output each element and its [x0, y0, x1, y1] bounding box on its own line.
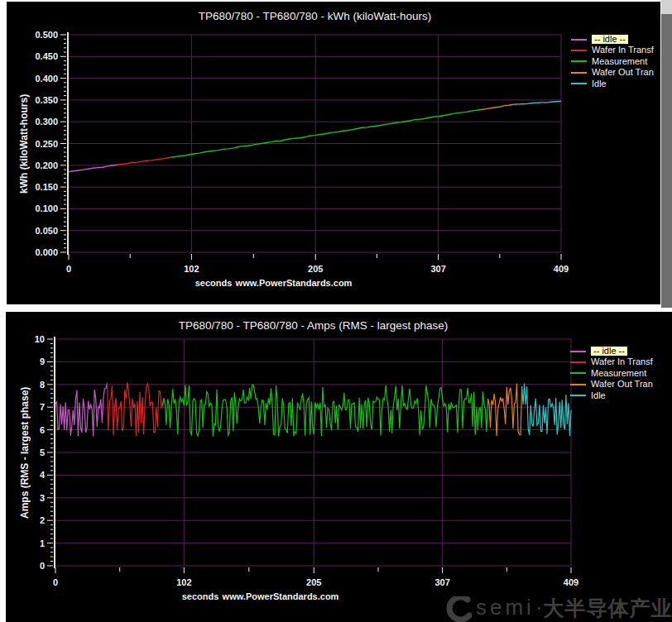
y-tick-label: 0.100 — [35, 203, 58, 213]
legend-label: Measurement — [592, 57, 647, 66]
kwh-chart-title: TP680/780 - TP680/780 - kWh (kiloWatt-ho… — [69, 10, 561, 22]
legend-swatch — [570, 372, 586, 374]
legend-label: Idle — [591, 391, 606, 400]
y-tick-label: 1 — [40, 538, 45, 548]
y-tick-label: 4 — [40, 470, 46, 480]
x-tick-label: 409 — [554, 264, 569, 274]
x-tick-label: 102 — [176, 577, 191, 587]
y-tick-label: 10 — [35, 334, 45, 344]
x-tick-label: 307 — [434, 577, 449, 587]
powerstandards-url-label: www.PowerStandards.com — [235, 278, 353, 288]
legend-label: Wafer In Transf — [591, 357, 653, 366]
y-tick-label: 6 — [40, 425, 45, 435]
y-tick-label: 0.400 — [35, 74, 58, 84]
legend-swatch — [571, 83, 587, 84]
amps-chart-title: TP680/780 - TP680/780 - Amps (RMS - larg… — [55, 319, 571, 332]
series-line — [522, 384, 571, 437]
y-tick-label: 8 — [40, 380, 45, 390]
legend-item[interactable]: Wafer In Transf — [570, 357, 653, 366]
series-line — [163, 385, 490, 437]
legend-item[interactable]: Measurement — [570, 369, 653, 378]
legend-label: Wafer Out Tran — [591, 380, 653, 389]
y-tick-label: 0.150 — [35, 182, 58, 192]
series-line — [514, 102, 562, 105]
x-tick-label: 102 — [184, 264, 199, 274]
legend-swatch — [571, 60, 587, 62]
y-tick-label: 0.050 — [35, 226, 58, 236]
legend-item[interactable]: Measurement — [571, 57, 654, 66]
legend-label: -- idle -- — [592, 35, 628, 44]
x-tick-label: 205 — [308, 264, 323, 274]
y-tick-label: 0.450 — [35, 51, 58, 61]
legend-label: Wafer In Transf — [592, 45, 654, 55]
x-axis-label: seconds — [195, 278, 233, 288]
watermark-separator: · — [535, 595, 543, 620]
amps-legend: -- idle --Wafer In TransfMeasurementWafe… — [570, 347, 653, 402]
amps-chart-panel: 0123456789100102205307409secondswww.Powe… — [6, 312, 672, 622]
y-tick-label: 3 — [40, 493, 45, 503]
x-axis-label: seconds — [182, 591, 219, 601]
series-line — [482, 104, 514, 109]
amps-y-axis-label: Amps (RMS - largest phase) — [19, 339, 31, 566]
y-tick-label: 0.300 — [35, 117, 58, 127]
y-tick-label: 0.350 — [35, 95, 58, 105]
legend-swatch — [570, 395, 586, 396]
kwh-plot[interactable]: 0.0000.0500.1000.1500.2000.2500.3000.350… — [7, 2, 660, 304]
legend-item[interactable]: Idle — [570, 391, 653, 400]
powerstandards-url-label: www.PowerStandards.com — [222, 591, 339, 601]
legend-item[interactable]: Wafer Out Tran — [571, 68, 654, 77]
y-tick-label: 5 — [40, 447, 45, 457]
y-tick-label: 0.000 — [35, 247, 58, 257]
legend-item[interactable]: -- idle -- — [571, 35, 654, 44]
series-line — [118, 157, 171, 165]
series-line — [171, 110, 482, 158]
scrollbar-up-button[interactable] — [661, 0, 672, 14]
series-line — [69, 165, 118, 171]
x-tick-label: 205 — [306, 577, 321, 587]
series-line — [108, 382, 165, 436]
x-tick-label: 307 — [430, 264, 445, 274]
y-tick-label: 0.250 — [35, 139, 58, 149]
legend-item[interactable]: Idle — [571, 79, 654, 89]
y-tick-label: 0.500 — [35, 30, 58, 40]
site-watermark: semi · 大半导体产业网 — [442, 595, 672, 622]
legend-item[interactable]: -- idle -- — [570, 347, 653, 356]
swoosh-logo-icon — [442, 596, 472, 622]
kwh-y-axis-label: kWh (kiloWatt-hours) — [18, 35, 30, 252]
y-tick-label: 7 — [40, 402, 45, 412]
legend-label: Measurement — [591, 369, 646, 378]
legend-swatch — [571, 39, 587, 41]
legend-label: Idle — [592, 79, 607, 89]
legend-swatch — [570, 351, 586, 352]
legend-label: -- idle -- — [591, 347, 627, 356]
series-line — [488, 384, 522, 437]
kwh-chart-panel: 0.0000.0500.1000.1500.2000.2500.3000.350… — [7, 2, 660, 304]
kwh-legend: -- idle --Wafer In TransfMeasurementWafe… — [571, 35, 654, 90]
application-window: 0.0000.0500.1000.1500.2000.2500.3000.350… — [0, 0, 672, 622]
y-tick-label: 2 — [40, 515, 45, 525]
legend-swatch — [571, 50, 587, 51]
legend-swatch — [570, 384, 586, 385]
y-tick-label: 9 — [40, 356, 45, 366]
x-tick-label: 0 — [53, 577, 58, 587]
y-tick-label: 0.200 — [35, 160, 58, 170]
legend-swatch — [570, 361, 586, 363]
series-line — [55, 383, 108, 436]
vertical-scrollbar[interactable] — [661, 0, 672, 308]
x-tick-label: 409 — [564, 577, 578, 587]
x-tick-label: 0 — [66, 264, 71, 274]
y-tick-label: 0 — [40, 561, 45, 571]
watermark-text: 大半导体产业网 — [544, 595, 672, 622]
legend-item[interactable]: Wafer Out Tran — [570, 380, 653, 389]
legend-label: Wafer Out Tran — [592, 68, 654, 77]
legend-swatch — [571, 72, 587, 74]
legend-item[interactable]: Wafer In Transf — [571, 45, 654, 55]
watermark-brand: semi — [476, 595, 535, 620]
